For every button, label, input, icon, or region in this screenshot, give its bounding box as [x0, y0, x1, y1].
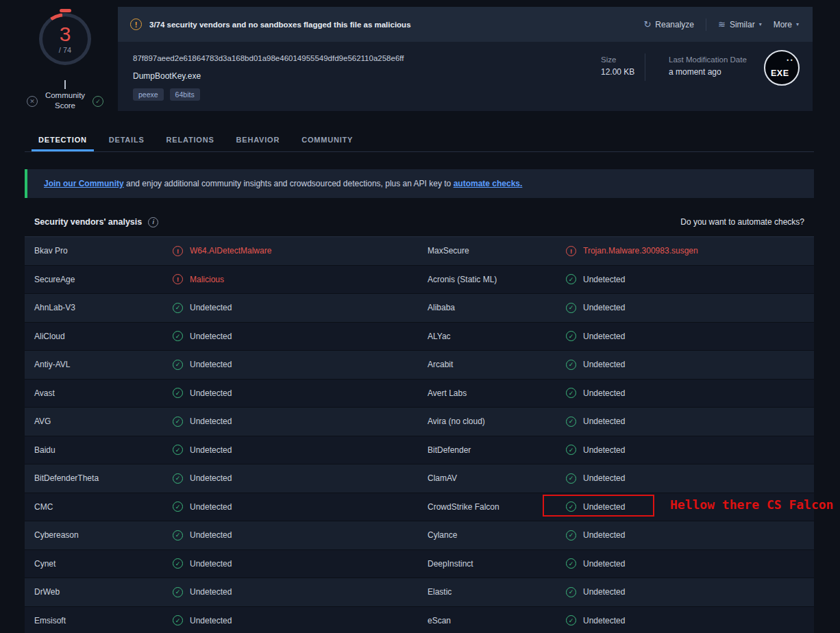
more-button[interactable]: More▾ — [774, 20, 799, 29]
vendor-name: AhnLab-V3 — [34, 303, 173, 312]
result-text: Undetected — [190, 502, 232, 512]
file-hash[interactable]: 87f897aeed2e61864783d3a168bd01a98e460149… — [133, 54, 404, 62]
vendors-table: Bkav Pro!W64.AIDetectMalwareMaxSecure!Tr… — [25, 236, 814, 633]
check-icon: ✓ — [173, 473, 183, 484]
result-text: Undetected — [190, 559, 232, 569]
file-tag[interactable]: peexe — [133, 88, 164, 101]
vendor-result: ✓Undetected — [173, 303, 428, 313]
tab-bar: DETECTIONDETAILSRELATIONSBEHAVIORCOMMUNI… — [32, 130, 368, 151]
file-date-label: Last Modification Date — [669, 55, 747, 64]
table-row: Avast✓UndetectedAvert Labs✓Undetected — [25, 380, 814, 408]
filetype-exe-icon: EXE — [764, 50, 800, 86]
alert-icon: ! — [566, 246, 576, 256]
check-icon: ✓ — [173, 331, 183, 341]
vendor-name: Arcabit — [428, 360, 566, 369]
result-text: Undetected — [583, 587, 625, 597]
warning-icon: ! — [130, 18, 142, 30]
vendor-result: ✓Undetected — [173, 530, 428, 541]
result-text: Undetected — [583, 360, 625, 369]
vendor-name: Elastic — [428, 587, 566, 597]
check-icon: ✓ — [173, 558, 183, 569]
check-icon: ✓ — [566, 445, 576, 455]
actions-divider — [706, 18, 706, 31]
file-size: Size 12.00 KB — [601, 55, 634, 77]
section-title: Security vendors' analysis — [34, 217, 142, 227]
community-banner: Join our Community and enjoy additional … — [25, 169, 814, 198]
meta-divider — [645, 53, 645, 81]
result-text: Undetected — [583, 332, 625, 341]
result-text: Undetected — [583, 530, 625, 540]
check-icon: ✓ — [173, 615, 183, 625]
vendor-result: ✓Undetected — [173, 615, 428, 625]
result-text: Undetected — [190, 360, 232, 369]
file-info-card: 87f897aeed2e61864783d3a168bd01a98e460149… — [118, 42, 813, 111]
check-icon: ✓ — [173, 530, 183, 541]
info-icon[interactable]: i — [148, 217, 158, 227]
reanalyze-button[interactable]: ↻Reanalyze — [643, 19, 694, 29]
result-text: Trojan.Malware.300983.susgen — [583, 246, 698, 256]
tab-community[interactable]: COMMUNITY — [295, 130, 360, 151]
vendor-name: AliCloud — [34, 332, 173, 341]
tab-relations[interactable]: RELATIONS — [160, 130, 221, 151]
tab-behavior[interactable]: BEHAVIOR — [230, 130, 287, 151]
vendor-result: ✓Undetected — [173, 331, 428, 341]
vendor-result: ✓Undetected — [173, 417, 428, 427]
check-icon: ✓ — [566, 558, 576, 569]
vendor-result: ✓Undetected — [566, 331, 814, 341]
file-tag[interactable]: 64bits — [170, 88, 200, 101]
check-icon: ✓ — [566, 587, 576, 597]
check-icon: ✓ — [173, 360, 183, 370]
vendor-name: Emsisoft — [34, 616, 173, 625]
vendor-result: !Trojan.Malware.300983.susgen — [566, 246, 814, 256]
automate-checks-question[interactable]: Do you want to automate checks? — [680, 217, 804, 227]
vendor-result: ✓Undetected — [566, 615, 814, 625]
check-icon: ✓ — [173, 587, 183, 597]
automate-checks-link[interactable]: automate checks. — [454, 179, 523, 188]
table-row: BitDefenderTheta✓UndetectedClamAV✓Undete… — [25, 464, 814, 493]
result-text: Undetected — [190, 587, 232, 597]
table-row: AVG✓UndetectedAvira (no cloud)✓Undetecte… — [25, 408, 814, 436]
vendor-result: ✓Undetected — [173, 473, 428, 484]
result-text: Undetected — [190, 417, 232, 426]
vendor-name: DrWeb — [34, 587, 173, 597]
vote-malicious-icon[interactable]: ✕ — [27, 96, 38, 107]
similar-button[interactable]: ≋Similar▾ — [718, 19, 762, 29]
reanalyze-icon: ↻ — [643, 19, 651, 29]
tab-details[interactable]: DETAILS — [102, 130, 151, 151]
community-score-tick — [64, 80, 66, 89]
tab-detection[interactable]: DETECTION — [32, 130, 94, 151]
check-icon: ✓ — [173, 303, 183, 313]
table-row: Baidu✓UndetectedBitDefender✓Undetected — [25, 436, 814, 465]
table-row: DrWeb✓UndetectedElastic✓Undetected — [25, 578, 814, 607]
vendor-name: Bkav Pro — [34, 246, 173, 256]
result-text: Undetected — [190, 445, 232, 455]
vendor-name: Avert Labs — [428, 388, 566, 398]
vendor-result: ✓Undetected — [173, 587, 428, 597]
join-community-link[interactable]: Join our Community — [44, 179, 124, 188]
table-row: Antiy-AVL✓UndetectedArcabit✓Undetected — [25, 351, 814, 380]
chevron-down-icon: ▾ — [796, 21, 799, 27]
result-text: Undetected — [190, 616, 232, 625]
result-text: Undetected — [583, 559, 625, 569]
result-text: Undetected — [583, 303, 625, 312]
check-icon: ✓ — [173, 501, 183, 512]
vendor-result: ✓Undetected — [566, 417, 814, 427]
detection-summary-bar: ! 3/74 security vendors and no sandboxes… — [118, 7, 813, 42]
result-text: Undetected — [583, 445, 625, 455]
result-text: Undetected — [583, 473, 625, 483]
result-text: Undetected — [583, 275, 625, 284]
table-row: Cybereason✓UndetectedCylance✓Undetected — [25, 521, 814, 550]
tabs-divider — [25, 151, 814, 152]
vendor-name: BitDefenderTheta — [34, 473, 173, 483]
result-text: Undetected — [190, 332, 232, 341]
file-modification-date: Last Modification Date a moment ago — [669, 55, 747, 77]
file-name[interactable]: DumpBootKey.exe — [133, 71, 201, 81]
check-icon: ✓ — [566, 417, 576, 427]
more-label: More — [774, 20, 792, 29]
result-text: Malicious — [190, 275, 224, 284]
file-size-label: Size — [601, 55, 634, 64]
annotation-text: Hellow there CS Falcon — [670, 497, 833, 512]
similar-label: Similar — [730, 20, 755, 29]
vote-harmless-icon[interactable]: ✓ — [92, 96, 103, 107]
vendor-name: AVG — [34, 417, 173, 426]
